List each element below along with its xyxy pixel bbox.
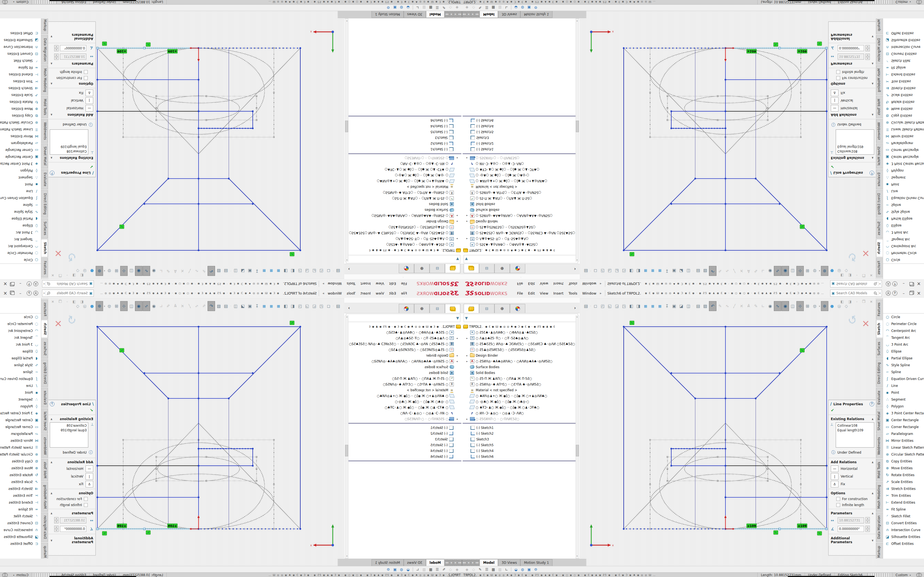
globe-icon[interactable]	[916, 0, 922, 5]
sketch-tool-item[interactable]: ◠ Centerpoint Arc	[883, 243, 924, 250]
sketch-tool-item[interactable]: ○ Circle	[0, 256, 41, 263]
search-caret-icon[interactable]: ▾	[44, 292, 45, 295]
sketch-tool-item[interactable]: ◖ Partial Ellipse	[883, 215, 924, 222]
options-header[interactable]: Options ∧	[48, 490, 95, 496]
tab-propertymanager[interactable]: ⊟	[430, 304, 445, 313]
headsup-icon[interactable]: ╱	[731, 266, 738, 276]
headsup-icon[interactable]: ✕	[738, 266, 745, 276]
option-row[interactable]: For construction	[48, 496, 95, 502]
sketch-tool-item[interactable]: ⧉ Copy Entities	[883, 458, 924, 465]
search-caret-icon[interactable]: ▾	[879, 292, 880, 295]
tree-item[interactable]: ▸ Surface Bodies	[462, 207, 580, 213]
document-tab[interactable]: Model	[480, 559, 498, 566]
headsup-icon[interactable]: ·	[692, 266, 695, 276]
headsup-icon[interactable]: ◼	[275, 266, 282, 276]
headsup-icon[interactable]: ◪	[678, 301, 685, 311]
tree-item[interactable]: ▸ ○ Ƨ5ИΛ◎◦♣Α♣◎ИΛΑ○ ◦ ○ΑΛИ◎♣Α♣◦◎ΛИ5Ƨ○	[462, 213, 580, 219]
spin-up-icon[interactable]: ▴	[866, 57, 870, 60]
headsup-icon[interactable]: ◻	[325, 301, 332, 311]
option-row[interactable]: For construction	[829, 496, 876, 502]
headsup-icon[interactable]: ·	[332, 301, 334, 311]
mdi-control-icon[interactable]: ◧	[840, 300, 844, 304]
collapse-chevron-icon[interactable]: ∨	[871, 539, 874, 542]
sketch-tool-item[interactable]: ◖ Partial Ellipse	[0, 355, 41, 362]
headsup-icon[interactable]: ✎	[165, 301, 171, 311]
headsup-icon[interactable]: ◍	[106, 301, 113, 311]
headsup-icon[interactable]: ∟	[759, 301, 766, 311]
sketch-tool-item[interactable]: ∕ Line	[0, 188, 41, 195]
headsup-icon[interactable]: ↧	[254, 266, 260, 276]
sketch-tool-item[interactable]: ⊢ Extend Entities	[0, 499, 41, 506]
tree-item[interactable]: ▸ ○ ·◎♣○ Ж ◉[○ ◦ ○]◉ Ж ○♣◎·○	[344, 399, 462, 405]
spin-down-icon[interactable]: ▾	[866, 521, 870, 524]
search-icon[interactable]	[47, 292, 50, 295]
sketch-tool-item[interactable]: ✂ Trim Entities	[883, 78, 924, 85]
sketch-tool-item[interactable]: ⌒ Tangent Arc	[883, 334, 924, 341]
headsup-icon[interactable]: ✎	[717, 266, 724, 276]
headsup-icon[interactable]: ⊛	[821, 301, 828, 311]
mdi-control-icon[interactable]: –	[66, 273, 68, 277]
mdi-control-icon[interactable]: ◨	[848, 273, 851, 277]
document-tab[interactable]: 3D Views	[404, 11, 426, 18]
relation-button-icon[interactable]: ❘	[86, 473, 93, 480]
menu-item[interactable]: File	[515, 281, 525, 287]
sketch-tool-item[interactable]: ∿ Style Spline	[0, 362, 41, 369]
sketch-tool-item[interactable]: ▱ Parallelogram	[883, 430, 924, 437]
annotation-tool-icon[interactable]: │	[411, 5, 414, 10]
headsup-icon[interactable]: ▤	[582, 301, 589, 311]
collapse-chevron-icon[interactable]: ∧	[871, 82, 874, 85]
sketch-tool-item[interactable]: ⋈ Mirror Entities	[0, 437, 41, 444]
tree-item[interactable]: ▸ Design Binder	[344, 219, 462, 224]
document-tab[interactable]: Motion Study 1	[372, 559, 404, 566]
expander-icon[interactable]: ▸	[467, 337, 470, 340]
headsup-icon[interactable]: ⊛	[821, 266, 828, 276]
tree-item[interactable]: ▸ ○ Ƨ5·Π Ж ♟ΑΠ○ ◦ ○ΠΑ♟ Ж Π·5Ƨ○	[462, 376, 580, 381]
mdi-control-icon[interactable]: ❐	[58, 300, 62, 304]
close-button[interactable]: ×	[915, 281, 922, 287]
sketch-tool-item[interactable]: ◠ Centerpoint Arc	[0, 327, 41, 334]
collapse-chevron-icon[interactable]: ∧	[50, 156, 53, 160]
menu-item[interactable]: Edit	[525, 290, 537, 297]
tree-item[interactable]: ▸ ○ ♣ŦƆ◦♟○ Ж ◉[○ ◦ ○]◉ Ж ○♟◦ƆŦ♣○	[462, 167, 580, 172]
additional-parameters-header[interactable]: Additional Parameters ∨	[48, 535, 95, 545]
headsup-icon[interactable]: ⊹	[796, 266, 804, 276]
headsup-icon[interactable]: ◱	[606, 301, 613, 311]
headsup-icon[interactable]: ◼	[649, 301, 656, 311]
user-account-icon[interactable]	[886, 291, 891, 296]
expander-icon[interactable]: ▸	[454, 337, 457, 340]
user-account-icon[interactable]	[33, 291, 38, 296]
tree-sketch-item[interactable]: (-) Sketch1	[344, 147, 462, 152]
collapse-chevron-icon[interactable]: ∧	[871, 156, 874, 160]
tree-item[interactable]: ▸ Surface Bodies	[344, 364, 462, 370]
angle-field[interactable]	[60, 526, 86, 532]
tab-displaymanager[interactable]	[399, 304, 414, 313]
annotation-tool-icon[interactable]: │	[510, 567, 513, 572]
restore-button[interactable]	[909, 292, 913, 295]
tree-sketch-item[interactable]: (-) Sketch5	[344, 442, 462, 448]
search-input[interactable]	[836, 282, 874, 286]
tree-sketch-item[interactable]: (-) Sketch2	[462, 141, 580, 147]
commandmanager-tab[interactable]: Mold Tools	[41, 459, 48, 481]
headsup-icon[interactable]: ↶	[208, 301, 215, 311]
sketch-tool-item[interactable]: ◌ Perimeter Circle	[0, 250, 41, 256]
tab-nav-arrow[interactable]: ◀	[467, 11, 470, 17]
annotation-tool-icon[interactable]: ▣	[526, 5, 532, 10]
tree-item[interactable]: ▸ Surface Bodies	[344, 207, 462, 213]
annotation-tool-icon[interactable]: ◆	[464, 567, 470, 572]
relation-item[interactable]: Collinear108	[52, 424, 87, 428]
sketch-tool-item[interactable]: ◠ Centerpoint Arc	[0, 243, 41, 250]
sketch-tool-item[interactable]: ∴ Segment	[0, 174, 41, 181]
headsup-icon[interactable]: ◳	[621, 266, 628, 276]
option-row[interactable]: Infinite length	[829, 69, 876, 75]
annotation-tool-icon[interactable]: ∟	[414, 5, 421, 10]
help-icon[interactable]: ?	[27, 281, 32, 286]
tree-sketch-item[interactable]: (-) Sketch4	[344, 123, 462, 129]
options-header[interactable]: Options ∧	[829, 81, 876, 87]
spin-up-icon[interactable]: ▴	[54, 57, 58, 60]
add-relations-header[interactable]: Add Relations ∧	[48, 112, 95, 118]
sketch-tool-item[interactable]: ⊏ Offset Entities	[0, 30, 41, 37]
menu-item[interactable]: View	[373, 290, 387, 297]
sketch-tool-item[interactable]: ⊡ Convert Entities	[883, 520, 924, 527]
sketch-tool-item[interactable]: ∴ Segment	[883, 174, 924, 181]
tree-item[interactable]: ▸ Material < not specified >	[344, 387, 462, 393]
